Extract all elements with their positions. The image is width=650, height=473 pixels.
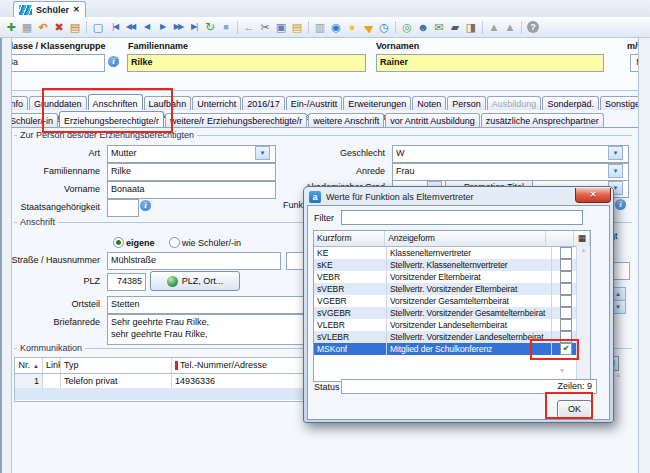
geschlecht-dropdown-icon[interactable]: ▾ bbox=[608, 146, 623, 160]
exit-icon[interactable]: ◨ bbox=[463, 19, 479, 35]
folder-icon[interactable]: ▰ bbox=[447, 19, 463, 35]
subtab-zusaetzliche-ansprechpartner[interactable]: zusätzliche Ansprechpartner bbox=[481, 113, 604, 127]
checkbox[interactable] bbox=[560, 271, 572, 283]
prev-record-icon[interactable]: ◀ bbox=[138, 19, 154, 35]
strasse-field[interactable]: Mühlstraße bbox=[107, 252, 281, 270]
last-record-icon[interactable]: ▶∣ bbox=[186, 19, 202, 35]
toolbar-separator bbox=[237, 21, 238, 34]
werte-row[interactable]: VGEBRVorsitzender Gesamtelternbeirat bbox=[314, 295, 590, 307]
tab-unterricht[interactable]: Unterricht bbox=[192, 96, 241, 110]
dialog-close-button[interactable]: ✕ bbox=[575, 188, 611, 203]
checkbox[interactable] bbox=[560, 295, 572, 307]
staatsangehoerigkeit-label: Staatsangehörigkeit bbox=[0, 202, 100, 212]
sync-icon[interactable]: ◎ bbox=[399, 19, 415, 35]
help-icon[interactable]: ? bbox=[527, 21, 539, 33]
send-icon[interactable]: ✉ bbox=[431, 19, 447, 35]
undo-icon[interactable]: ↶ bbox=[35, 19, 51, 35]
student-header: Klasse / Klassengruppe Familienname Vorn… bbox=[0, 38, 650, 90]
col-typ[interactable]: Typ bbox=[61, 358, 172, 373]
person-familienname-field[interactable]: Rilke bbox=[107, 163, 276, 181]
tab-sonderpaed[interactable]: Sonderpäd. bbox=[542, 96, 599, 110]
subtab-vor-antritt-ausbildung[interactable]: vor Antritt Ausbildung bbox=[385, 113, 480, 127]
werte-row[interactable]: sKEStellvertr. Klassenelternvertreter bbox=[314, 259, 590, 271]
tab-schuljahr[interactable]: 2016/17 bbox=[242, 96, 285, 110]
werte-row[interactable]: sVEBRStellvertr. Vorsitzender Elternbeir… bbox=[314, 283, 590, 295]
klasse-label: Klasse / Klassengruppe bbox=[4, 41, 106, 51]
subtab-weitere-anschrift[interactable]: weitere Anschrift bbox=[308, 113, 384, 127]
new-record-icon[interactable]: ✚ bbox=[3, 19, 19, 35]
klasse-field[interactable]: 3a bbox=[4, 54, 105, 72]
anrede-select[interactable]: Frau bbox=[392, 163, 629, 181]
copy-icon[interactable]: ▣ bbox=[273, 19, 289, 35]
plz-ort-button[interactable]: PLZ, Ort... bbox=[150, 271, 240, 291]
werte-row[interactable]: VLEBRVorsitzender Landeselternbeirat bbox=[314, 319, 590, 331]
filter-input[interactable] bbox=[341, 210, 583, 225]
col-kurzform[interactable]: Kurzform bbox=[314, 231, 385, 246]
plz-ort-button-label: PLZ, Ort... bbox=[182, 276, 224, 286]
checkbox[interactable] bbox=[560, 259, 572, 271]
user-icon[interactable]: ☻ bbox=[415, 19, 431, 35]
radio-wie-schueler-label[interactable]: wie Schüler/-in bbox=[182, 238, 272, 248]
tab-person[interactable]: Person bbox=[447, 96, 486, 110]
staatsangehoerigkeit-field[interactable] bbox=[107, 199, 139, 217]
table-edit-icon[interactable]: ▤ bbox=[67, 19, 83, 35]
dialog-column-chooser-icon[interactable]: ▦ bbox=[574, 231, 590, 246]
toolbar-separator bbox=[308, 21, 309, 34]
tab-noten[interactable]: Noten bbox=[412, 96, 446, 110]
form-view-icon[interactable]: ▢ bbox=[90, 19, 106, 35]
vornamen-field[interactable]: Rainer bbox=[376, 54, 604, 72]
col-anzeigeform[interactable]: Anzeigeform bbox=[385, 231, 546, 246]
paste-icon[interactable]: ▤ bbox=[289, 19, 305, 35]
print-icon[interactable]: ▥ bbox=[312, 19, 328, 35]
geschlecht-select[interactable]: W bbox=[392, 145, 629, 163]
close-icon[interactable]: ✕ bbox=[73, 5, 80, 14]
art-label: Art bbox=[0, 148, 100, 158]
checkbox[interactable] bbox=[560, 307, 572, 319]
tab-erweiterungen[interactable]: Erweiterungen bbox=[343, 96, 411, 110]
info-icon[interactable]: i bbox=[108, 56, 119, 67]
back-icon[interactable]: ← bbox=[241, 19, 257, 35]
familienname-field[interactable]: Rilke bbox=[127, 54, 366, 72]
werte-row[interactable]: VEBRVorsitzender Elternbeirat bbox=[314, 271, 590, 283]
doc-tab-schueler[interactable]: Schüler ✕ bbox=[13, 1, 86, 17]
briefanrede-field[interactable]: Sehr geehrte Frau Rilke, sehr geehrte Fr… bbox=[107, 314, 332, 345]
pause-icon[interactable]: ■ bbox=[218, 19, 234, 35]
preview-icon[interactable]: ◉ bbox=[328, 19, 344, 35]
right-splitter[interactable] bbox=[638, 38, 650, 473]
subtab-weitere-erziehungsberechtigte[interactable]: weitere/r Erziehungsberechtigte/r bbox=[165, 113, 307, 127]
checkbox[interactable] bbox=[560, 247, 572, 259]
tip-icon[interactable]: ● bbox=[344, 19, 360, 35]
col-nr[interactable]: Nr.▲ bbox=[15, 358, 43, 373]
art-select[interactable]: Mutter bbox=[107, 145, 276, 163]
history-icon[interactable]: ◷ bbox=[376, 19, 392, 35]
anrede-dropdown-icon[interactable]: ▾ bbox=[608, 164, 623, 178]
funktion-info-icon[interactable]: i bbox=[615, 199, 626, 210]
radio-wie-schueler[interactable] bbox=[169, 237, 180, 248]
up-icon[interactable]: ▲ bbox=[486, 19, 502, 35]
radio-eigene[interactable] bbox=[113, 237, 124, 248]
save-icon[interactable]: ▦ bbox=[19, 19, 35, 35]
cut-icon[interactable]: ✂ bbox=[257, 19, 273, 35]
scroll-up-icon[interactable]: ▲ bbox=[615, 371, 622, 378]
art-dropdown-icon[interactable]: ▾ bbox=[255, 146, 270, 160]
col-link[interactable]: Link bbox=[43, 358, 61, 373]
delete-icon[interactable]: ✖ bbox=[51, 19, 67, 35]
dialog-titlebar[interactable]: a Werte für Funktion als Elternvertreter… bbox=[304, 187, 613, 205]
checkbox[interactable] bbox=[560, 283, 572, 295]
table-scroll-down-icon[interactable]: ▾ bbox=[560, 366, 564, 375]
werte-row[interactable]: sVGEBRStellvertr. Vorsitzender Gesamtelt… bbox=[314, 307, 590, 319]
staats-info-icon[interactable]: i bbox=[140, 200, 151, 211]
first-record-icon[interactable]: ∣◀ bbox=[106, 19, 122, 35]
next-record-icon[interactable]: ▶ bbox=[154, 19, 170, 35]
checkbox[interactable] bbox=[560, 319, 572, 331]
plz-field[interactable]: 74385 bbox=[107, 273, 146, 291]
refresh-icon[interactable]: ↻ bbox=[202, 19, 218, 35]
up2-icon[interactable]: ▲ bbox=[502, 19, 518, 35]
ortsteil-field[interactable]: Stetten bbox=[107, 296, 332, 314]
vorname-field[interactable]: Bonaata bbox=[107, 181, 276, 199]
fast-back-icon[interactable]: ◀◀ bbox=[122, 19, 138, 35]
werte-row[interactable]: KEKlassenelternvertreter bbox=[314, 247, 590, 259]
tab-ein-austritt[interactable]: Ein-/Austritt bbox=[286, 96, 343, 110]
fast-forward-icon[interactable]: ▶▶ bbox=[170, 19, 186, 35]
ortsteil-label: Ortsteil bbox=[0, 299, 100, 309]
